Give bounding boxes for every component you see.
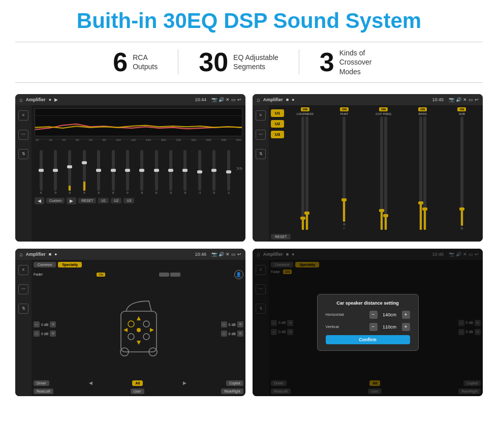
db-minus-4[interactable]: − xyxy=(221,331,227,337)
modal-title: Car speaker distance setting xyxy=(326,301,410,306)
screen-eq: ⌂ Amplifier ● ▶ 10:44 📷 🔊 ✕ ▭ ↩ ≡ 〰 ⇅ xyxy=(15,94,245,242)
eq-u2-btn[interactable]: U2 xyxy=(111,198,121,203)
window-icon-3: ▭ xyxy=(231,252,236,257)
vertical-value: 110cm xyxy=(380,324,400,330)
phat-on[interactable]: ON xyxy=(340,107,349,111)
dot2-icon-3: ● xyxy=(54,252,57,257)
eq-prev-btn[interactable]: ◀ xyxy=(35,197,44,204)
eq-slider-10[interactable]: 0 xyxy=(164,150,177,194)
user-profile-icon[interactable]: 👤 xyxy=(234,270,243,279)
svg-point-8 xyxy=(128,334,134,340)
all-btn[interactable]: All xyxy=(132,380,143,386)
eq-reset-btn[interactable]: RESET xyxy=(78,198,96,203)
eq-slider-6[interactable]: 0 xyxy=(107,150,119,194)
db-minus-1[interactable]: − xyxy=(34,321,40,327)
fader-sidebar-icon-3[interactable]: ⇅ xyxy=(18,304,28,314)
phat-label: PHAT xyxy=(340,112,349,115)
eq-slider-7[interactable]: 0 xyxy=(121,150,134,194)
sub-slider[interactable] xyxy=(460,116,463,226)
camera-icon-2: 📷 xyxy=(449,97,454,102)
screen-eq-sidebar: ≡ 〰 ⇅ xyxy=(15,105,32,242)
cutfreq-slider1[interactable] xyxy=(380,116,383,230)
db-plus-4[interactable]: + xyxy=(237,331,243,337)
horizontal-plus-btn[interactable]: + xyxy=(402,311,410,319)
screen-fader: ⌂ Amplifier ■ ● 10:46 📷 🔊 ✕ ▭ ↩ ≡ 〰 ⇅ xyxy=(15,249,245,396)
crossover-reset-btn[interactable]: RESET xyxy=(271,234,291,240)
db-plus-2[interactable]: + xyxy=(50,331,56,337)
fader-tabs: Common Specialty xyxy=(34,262,243,267)
eq-more-icon[interactable]: >> xyxy=(236,166,242,171)
crossover-sidebar-icon-3[interactable]: ⇅ xyxy=(256,149,266,159)
eq-slider-4[interactable]: 5 xyxy=(78,150,90,194)
horizontal-minus-btn[interactable]: − xyxy=(369,311,378,319)
eq-next-btn[interactable]: ▶ xyxy=(67,197,76,204)
stat-crossover: 3 Kinds ofCrossover Modes xyxy=(299,48,406,76)
eq-sidebar-icon-3[interactable]: ⇅ xyxy=(18,149,28,159)
topbar-icons-3: 📷 🔊 ✕ ▭ ↩ xyxy=(211,252,241,257)
tab-common[interactable]: Common xyxy=(34,262,56,267)
u2-button[interactable]: U2 xyxy=(271,120,284,128)
loudness-slider2[interactable] xyxy=(305,116,308,230)
screen-eq-title: Amplifier xyxy=(26,97,46,102)
cutfreq-slider2[interactable] xyxy=(384,116,387,230)
u3-button[interactable]: U3 xyxy=(271,131,284,138)
tab-specialty[interactable]: Specialty xyxy=(58,262,82,267)
db-plus-1[interactable]: + xyxy=(50,321,56,327)
fader-sidebar-icon-1[interactable]: ≡ xyxy=(18,265,28,275)
close-icon: ✕ xyxy=(226,97,230,102)
eq-u1-btn[interactable]: U1 xyxy=(98,198,109,203)
screen-crossover: ⌂ Amplifier ■ ● 10:45 📷 🔊 ✕ ▭ ↩ ≡ 〰 ⇅ xyxy=(253,94,483,242)
db-value-1: 0 dB xyxy=(41,323,48,326)
crossover-channels: ON LOUDNESS xyxy=(286,107,481,230)
db-minus-3[interactable]: − xyxy=(221,321,227,327)
eq-slider-11[interactable]: 0 xyxy=(179,150,192,194)
cutfreq-on[interactable]: ON xyxy=(379,107,388,111)
eq-slider-9[interactable]: 0 xyxy=(150,150,163,194)
sub-on[interactable]: ON xyxy=(457,107,466,111)
eq-slider-13[interactable]: 0 xyxy=(208,150,221,194)
crossover-main: U1 U2 U3 ON LOUDNESS xyxy=(269,105,483,242)
eq-slider-1[interactable]: 0 xyxy=(35,150,47,194)
vertical-minus-btn[interactable]: − xyxy=(369,323,378,331)
eq-sidebar-icon-1[interactable]: ≡ xyxy=(18,110,28,121)
svg-point-9 xyxy=(143,334,149,340)
rearleft-btn[interactable]: RearLeft xyxy=(34,389,53,394)
phat-slider[interactable] xyxy=(343,116,346,222)
bass-slider1[interactable] xyxy=(419,116,422,230)
stat-eq-text: EQ AdjustableSegments xyxy=(233,53,278,71)
eq-slider-2[interactable]: 0 xyxy=(49,150,61,194)
eq-slider-8[interactable]: 0 xyxy=(136,150,148,194)
crossover-sidebar-icon-2[interactable]: 〰 xyxy=(256,130,266,140)
copilot-btn[interactable]: Copilot xyxy=(226,380,243,386)
dot2-icon: ● xyxy=(292,97,294,102)
confirm-button[interactable]: Confirm xyxy=(326,335,410,344)
u1-button[interactable]: U1 xyxy=(271,109,284,117)
vertical-row: Vertical − 110cm + xyxy=(326,323,410,331)
eq-slider-5[interactable]: 0 xyxy=(92,150,105,194)
eq-u3-btn[interactable]: U3 xyxy=(123,198,134,203)
db-plus-3[interactable]: + xyxy=(237,321,243,327)
eq-sidebar-icon-2[interactable]: 〰 xyxy=(18,130,28,140)
stat-eq-number: 30 xyxy=(199,49,228,75)
db-minus-2[interactable]: − xyxy=(34,331,40,337)
close-icon-3: ✕ xyxy=(226,252,230,257)
user-btn[interactable]: User xyxy=(131,389,144,394)
crossover-sidebar-icon-1[interactable]: ≡ xyxy=(256,110,266,121)
driver-btn[interactable]: Driver xyxy=(34,380,49,386)
vertical-plus-btn[interactable]: + xyxy=(402,323,410,331)
svg-point-10 xyxy=(137,328,141,332)
bass-slider2[interactable] xyxy=(423,116,426,230)
fader-label-row: Fader ON 👤 xyxy=(34,270,243,279)
fader-on-badge[interactable]: ON xyxy=(97,273,105,277)
bass-on[interactable]: ON xyxy=(418,107,427,111)
volume-icon-3: 🔊 xyxy=(219,252,224,257)
rearright-btn[interactable]: RearRight xyxy=(221,389,243,394)
fader-sidebar-icon-2[interactable]: 〰 xyxy=(18,284,28,294)
back-icon-3: ↩ xyxy=(237,252,241,257)
dot-icon: ● xyxy=(49,97,51,102)
eq-main: 253240 506380 100125160 200250320 400500… xyxy=(32,105,245,242)
loudness-on[interactable]: ON xyxy=(301,107,309,111)
eq-slider-3[interactable]: 0 xyxy=(64,150,76,194)
eq-slider-12[interactable]: -1 xyxy=(193,150,206,194)
eq-slider-14[interactable]: -1 xyxy=(222,150,235,194)
